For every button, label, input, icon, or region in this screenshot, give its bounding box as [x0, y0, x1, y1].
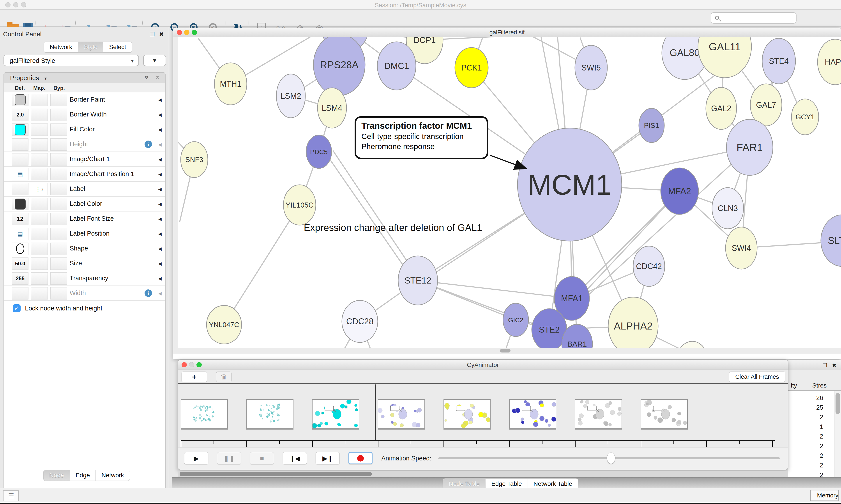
default-value-cell[interactable] [12, 94, 29, 106]
stop-button[interactable]: ■ [250, 452, 274, 464]
tab-select[interactable]: Select [103, 42, 132, 52]
tab-network[interactable]: Network [44, 42, 78, 52]
network-node-cdc42[interactable]: CDC42 [633, 246, 665, 286]
bypass-cell[interactable] [50, 124, 67, 136]
mapping-cell[interactable] [31, 287, 48, 300]
network-node-pdc5[interactable]: PDC5 [306, 135, 332, 168]
network-node-gal11[interactable]: GAL11 [698, 37, 751, 78]
tab-network-bottom[interactable]: Network [95, 470, 130, 481]
property-row-height[interactable]: Heighti◀ [4, 137, 165, 152]
bottom-horizontal-scrollbar[interactable] [178, 471, 788, 477]
mapping-cell[interactable] [31, 242, 48, 255]
frame-thumbnail-1[interactable] [246, 399, 293, 428]
mapping-cell[interactable] [31, 198, 48, 210]
animation-speed-thumb[interactable] [607, 453, 615, 464]
mapping-cell[interactable]: ⋮› [31, 183, 48, 195]
network-node-gcy1[interactable]: GCY1 [791, 99, 819, 135]
expand-property-icon[interactable]: ◀ [158, 231, 162, 236]
memory-button[interactable]: Memory [810, 490, 839, 501]
network-node-rps28a[interactable]: RPS28A [314, 37, 365, 95]
bypass-cell[interactable] [50, 228, 67, 240]
network-vertical-scrollbar[interactable] [173, 37, 178, 354]
skip-end-button[interactable]: ▶❙ [316, 452, 340, 464]
expand-all-icon[interactable]: » [143, 75, 151, 79]
float-table-icon[interactable]: ❐ [822, 362, 827, 368]
bypass-cell[interactable] [50, 183, 67, 195]
table-cell[interactable]: 26 [788, 394, 823, 401]
network-node-ste12[interactable]: STE12 [398, 256, 437, 305]
expand-property-icon[interactable]: ◀ [158, 201, 162, 207]
default-value-cell[interactable]: 255 [12, 272, 29, 285]
table-cell[interactable]: 2 [788, 443, 823, 450]
mapping-cell[interactable] [31, 109, 48, 121]
property-row-label[interactable]: ⋮›Label◀ [4, 182, 165, 197]
bypass-cell[interactable] [50, 272, 67, 285]
mapping-cell[interactable] [31, 124, 48, 136]
search-box[interactable] [711, 12, 797, 24]
bypass-cell[interactable] [50, 94, 67, 106]
tab-node-table[interactable]: Node Table [443, 479, 485, 489]
expand-property-icon[interactable]: ◀ [158, 112, 162, 118]
frame-thumbnail-0[interactable] [181, 399, 228, 428]
property-row-border-paint[interactable]: Border Paint◀ [4, 92, 165, 107]
property-row-width[interactable]: Widthi◀ [4, 286, 165, 301]
network-node-mcm1[interactable]: MCM1 [518, 128, 622, 241]
property-row-fill-color[interactable]: Fill Color◀ [4, 122, 165, 137]
default-value-cell[interactable] [12, 124, 29, 136]
default-value-cell[interactable] [12, 153, 29, 165]
network-node-slt2[interactable]: SLT2 [821, 215, 841, 267]
default-value-cell[interactable] [12, 287, 29, 300]
bypass-cell[interactable] [50, 153, 67, 165]
network-node-gal7[interactable]: GAL7 [750, 84, 782, 126]
network-node-ynl047c[interactable]: YNL047C [207, 305, 241, 344]
network-canvas[interactable]: DCP1RPS28ADMC1PCK1MTH1LSM2LSM4SWI5GAL80G… [173, 37, 841, 354]
annotation-box[interactable]: Transcription factor MCM1 Cell-type-spec… [355, 116, 488, 159]
network-node-cdc28[interactable]: CDC28 [342, 300, 378, 342]
default-value-cell[interactable] [12, 198, 29, 210]
expand-property-icon[interactable]: ◀ [158, 142, 162, 147]
property-row-image-chart-position-1[interactable]: ▤Image/Chart Position 1◀ [4, 167, 165, 182]
expand-property-icon[interactable]: ◀ [158, 127, 162, 132]
play-button[interactable]: ▶ [184, 452, 208, 464]
network-node-swi4[interactable]: SWI4 [726, 227, 757, 269]
mapping-cell[interactable] [31, 272, 48, 285]
default-value-cell[interactable]: 50.0 [12, 257, 29, 270]
bypass-cell[interactable] [50, 198, 67, 210]
property-row-size[interactable]: 50.0Size◀ [4, 256, 165, 271]
bypass-cell[interactable] [50, 213, 67, 225]
annotation-link-2[interactable]: Pheromone response [361, 142, 481, 151]
skip-start-button[interactable]: ❙◀ [283, 452, 307, 464]
info-icon[interactable]: i [145, 289, 152, 297]
network-edge[interactable] [326, 155, 411, 276]
tab-node[interactable]: Node [43, 470, 70, 481]
network-node-mfa2[interactable]: MFA2 [661, 168, 698, 214]
network-node-far1[interactable]: FAR1 [727, 119, 773, 175]
network-node-swi5[interactable]: SWI5 [575, 45, 607, 90]
bypass-cell[interactable] [50, 287, 67, 300]
mapping-cell[interactable] [31, 228, 48, 240]
expand-property-icon[interactable]: ◀ [158, 246, 162, 251]
mapping-cell[interactable] [31, 168, 48, 180]
close-table-icon[interactable]: ✖ [832, 362, 836, 368]
close-panel-icon[interactable]: ✖ [159, 31, 164, 38]
cyanimator-timeline[interactable]: 0123456789 Seconds [178, 384, 788, 448]
info-icon[interactable]: i [145, 141, 152, 148]
property-row-label-font-size[interactable]: 12Label Font Size◀ [4, 212, 165, 227]
network-edge[interactable] [333, 151, 417, 276]
network-node-gal2[interactable]: GAL2 [706, 87, 736, 129]
network-node-pck1[interactable]: PCK1 [455, 48, 488, 88]
expand-property-icon[interactable]: ◀ [158, 276, 162, 281]
delete-frame-button[interactable]: 🗑 [216, 372, 232, 382]
mapping-cell[interactable] [31, 257, 48, 270]
network-titlebar[interactable]: galFiltered.sif [173, 28, 841, 37]
properties-header[interactable]: Properties [10, 74, 39, 82]
table-cell[interactable]: 2 [788, 433, 823, 440]
expand-property-icon[interactable]: ◀ [158, 157, 162, 162]
expand-property-icon[interactable]: ◀ [158, 291, 162, 296]
expand-property-icon[interactable]: ◀ [158, 261, 162, 266]
expand-property-icon[interactable]: ◀ [158, 186, 162, 192]
network-node-lsm4[interactable]: LSM4 [318, 88, 346, 128]
network-horizontal-scrollbar[interactable] [178, 348, 841, 354]
property-row-transparency[interactable]: 255Transparency◀ [4, 271, 165, 286]
table-cell[interactable]: 2 [788, 452, 823, 459]
